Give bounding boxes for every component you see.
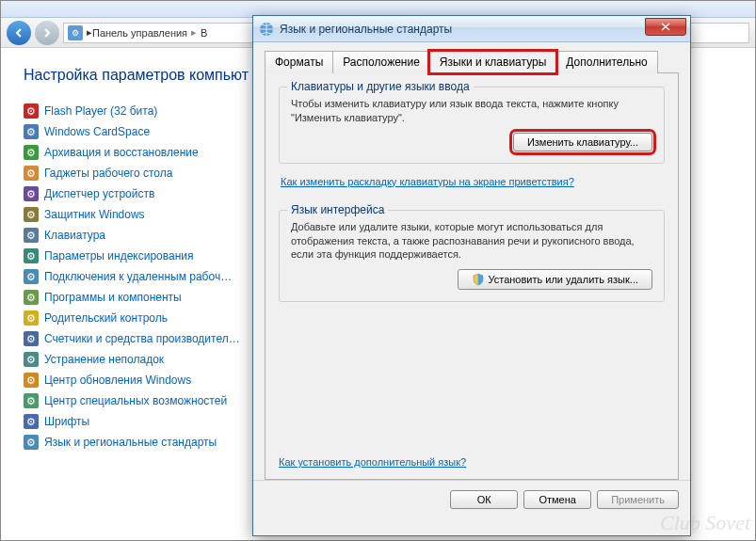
control-panel-icon: ⚙ bbox=[68, 25, 83, 40]
group-title: Клавиатуры и другие языки ввода bbox=[287, 80, 474, 93]
button-label: Установить или удалить язык... bbox=[489, 274, 639, 285]
group-description: Добавьте или удалите языки, которые могу… bbox=[291, 220, 652, 263]
applet-link[interactable]: Windows CardSpace bbox=[44, 125, 150, 138]
applet-icon: ⚙ bbox=[24, 393, 39, 408]
applet-link[interactable]: Шрифты bbox=[44, 415, 89, 428]
install-uninstall-language-button[interactable]: Установить или удалить язык... bbox=[458, 269, 653, 290]
applet-icon: ⚙ bbox=[24, 331, 39, 346]
applet-link[interactable]: Родительский контроль bbox=[44, 311, 168, 325]
breadcrumb-item[interactable]: В bbox=[201, 27, 207, 39]
install-additional-language-link[interactable]: Как установить дополнительный язык? bbox=[279, 456, 466, 468]
applet-icon: ⚙ bbox=[24, 186, 39, 201]
tab-panel-keyboards: Клавиатуры и другие языки ввода Чтобы из… bbox=[265, 73, 679, 480]
applet-link[interactable]: Подключения к удаленным рабоч… bbox=[44, 270, 232, 283]
keyboards-group: Клавиатуры и другие языки ввода Чтобы из… bbox=[279, 87, 665, 164]
applet-link[interactable]: Диспетчер устройств bbox=[44, 187, 154, 200]
globe-icon bbox=[259, 22, 274, 37]
tab-location[interactable]: Расположение bbox=[332, 51, 430, 73]
close-button[interactable] bbox=[645, 18, 686, 36]
apply-button[interactable]: Применить bbox=[597, 490, 679, 509]
applet-link[interactable]: Гаджеты рабочего стола bbox=[44, 167, 172, 180]
applet-link[interactable]: Центр специальных возможностей bbox=[44, 394, 227, 407]
applet-icon: ⚙ bbox=[24, 248, 39, 263]
applet-link[interactable]: Параметры индексирования bbox=[44, 249, 193, 263]
applet-icon: ⚙ bbox=[24, 414, 39, 429]
applet-link[interactable]: Защитник Windows bbox=[44, 208, 145, 221]
dialog-footer: ОК Отмена Применить bbox=[253, 480, 690, 517]
ok-button[interactable]: ОК bbox=[450, 490, 518, 509]
applet-icon: ⚙ bbox=[24, 124, 39, 139]
applet-icon: ⚙ bbox=[24, 310, 39, 326]
applet-link[interactable]: Клавиатура bbox=[44, 229, 105, 242]
group-description: Чтобы изменить клавиатуру или язык ввода… bbox=[291, 97, 652, 125]
applet-icon: ⚙ bbox=[24, 145, 39, 160]
applet-icon: ⚙ bbox=[24, 103, 39, 119]
applet-icon: ⚙ bbox=[24, 269, 39, 284]
applet-link[interactable]: Язык и региональные стандарты bbox=[44, 436, 217, 449]
applet-icon: ⚙ bbox=[24, 290, 39, 305]
tab-bar: Форматы Расположение Языки и клавиатуры … bbox=[265, 50, 679, 73]
applet-link[interactable]: Flash Player (32 бита) bbox=[44, 104, 157, 118]
dialog-title: Язык и региональные стандарты bbox=[280, 23, 645, 36]
applet-link[interactable]: Центр обновления Windows bbox=[44, 374, 191, 387]
applet-icon: ⚙ bbox=[24, 435, 39, 450]
group-title: Язык интерфейса bbox=[287, 203, 388, 216]
welcome-layout-link[interactable]: Как изменить раскладку клавиатуры на экр… bbox=[281, 176, 574, 187]
dialog-titlebar[interactable]: Язык и региональные стандарты bbox=[253, 16, 690, 42]
breadcrumb-item[interactable]: Панель управления bbox=[92, 27, 187, 39]
applet-icon: ⚙ bbox=[24, 166, 39, 181]
applet-icon: ⚙ bbox=[24, 352, 39, 367]
applet-icon: ⚙ bbox=[24, 373, 39, 388]
display-language-group: Язык интерфейса Добавьте или удалите язы… bbox=[279, 210, 665, 303]
applet-link[interactable]: Счетчики и средства производител… bbox=[44, 332, 240, 345]
applet-icon: ⚙ bbox=[24, 207, 39, 222]
applet-icon: ⚙ bbox=[24, 228, 39, 243]
tab-advanced[interactable]: Дополнительно bbox=[555, 51, 657, 73]
change-keyboard-button[interactable]: Изменить клавиатуру... bbox=[513, 133, 652, 151]
applet-link[interactable]: Архивация и восстановление bbox=[44, 146, 199, 159]
forward-button[interactable] bbox=[35, 21, 59, 45]
applet-link[interactable]: Устранение неполадок bbox=[44, 353, 164, 366]
shield-icon bbox=[472, 273, 485, 286]
back-button[interactable] bbox=[7, 21, 31, 45]
tab-formats[interactable]: Форматы bbox=[265, 51, 333, 73]
tab-keyboards[interactable]: Языки и клавиатуры bbox=[429, 51, 556, 73]
applet-link[interactable]: Программы и компоненты bbox=[44, 291, 182, 304]
region-language-dialog: Язык и региональные стандарты Форматы Ра… bbox=[252, 15, 691, 536]
cancel-button[interactable]: Отмена bbox=[523, 490, 591, 509]
